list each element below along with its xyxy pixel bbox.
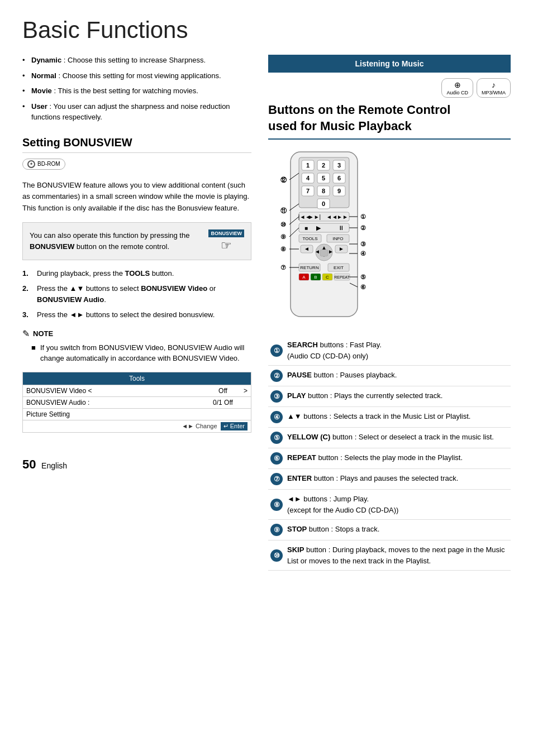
desc-text-9: STOP button : Stops a track. — [285, 520, 511, 540]
bonusview-callout-box: You can also operate this function by pr… — [22, 222, 251, 260]
note-item-1: ■ If you switch from BONUSVIEW Video, BO… — [31, 342, 251, 364]
desc-row-7: ⑦ ENTER button : Plays and pauses the se… — [268, 469, 511, 490]
tools-row-1-arrow: > — [240, 387, 248, 395]
note-bullet-1: ■ — [31, 342, 37, 364]
desc-num-4: ④ — [268, 407, 285, 428]
svg-text:►: ► — [328, 248, 334, 255]
desc-num-3: ③ — [268, 386, 285, 407]
desc-num-2: ② — [268, 366, 285, 386]
svg-text:3: 3 — [337, 162, 341, 169]
step-3-text: Press the ◄► buttons to select the desir… — [37, 309, 215, 320]
bd-rom-label: BD-ROM — [37, 161, 60, 167]
svg-rect-40 — [320, 250, 328, 256]
bullet-normal: Normal : Choose this setting for most vi… — [22, 70, 251, 82]
audio-cd-label: Audio CD — [446, 90, 468, 95]
disc-badge-audio-cd: ⊕ Audio CD — [441, 78, 473, 98]
tools-row-1: BONUSVIEW Video < Off > — [23, 385, 251, 396]
note-section: ✎ NOTE ■ If you switch from BONUSVIEW Vi… — [22, 328, 251, 364]
note-icon: ✎ — [22, 328, 30, 339]
svg-text:2: 2 — [322, 162, 325, 169]
remote-svg: 1 2 3 4 5 6 7 8 9 — [268, 146, 380, 327]
desc-text-5: YELLOW (C) button : Select or deselect a… — [285, 428, 511, 448]
svg-text:⑥: ⑥ — [360, 284, 366, 290]
desc-row-6: ⑥ REPEAT button : Selects the play mode … — [268, 448, 511, 469]
svg-text:①: ① — [360, 213, 366, 220]
bonusview-button-label: BONUSVIEW — [208, 229, 244, 237]
left-column: Dynamic : Choose this setting to increas… — [22, 55, 251, 571]
tools-menu-table: Tools BONUSVIEW Video < Off > BONUSVIEW … — [22, 372, 251, 433]
desc-num-6: ⑥ — [268, 448, 285, 469]
desc-num-10: ⑩ — [268, 540, 285, 571]
tools-row-1-label: BONUSVIEW Video < — [26, 387, 206, 395]
tools-row-2-value: 0/1 Off — [206, 399, 240, 406]
svg-text:■: ■ — [304, 225, 308, 231]
svg-text:⑤: ⑤ — [360, 274, 366, 280]
svg-text:7: 7 — [306, 188, 310, 194]
desc-text-1: SEARCH buttons : Fast Play.(Audio CD (CD… — [285, 336, 511, 366]
svg-text:◄: ◄ — [315, 248, 320, 255]
note-header: ✎ NOTE — [22, 328, 251, 339]
step-1-text: During playback, press the TOOLS button. — [37, 268, 174, 279]
desc-text-3: PLAY button : Plays the currently select… — [285, 386, 511, 407]
svg-text:9: 9 — [337, 188, 341, 194]
step-2-num: 2. — [22, 283, 32, 305]
svg-text:0: 0 — [322, 200, 325, 207]
svg-text:EXIT: EXIT — [334, 265, 344, 270]
svg-text:INFO: INFO — [332, 236, 343, 241]
tools-table-header: Tools — [23, 372, 251, 385]
step-3-num: 3. — [22, 309, 32, 320]
svg-text:4: 4 — [306, 175, 310, 181]
disc-badge-mp3-wma: ♪ MP3/WMA — [477, 78, 511, 98]
step-3: 3. Press the ◄► buttons to select the de… — [22, 309, 251, 320]
page-number: 50 English — [22, 457, 251, 472]
audio-cd-icon: ⊕ — [454, 80, 461, 89]
tools-row-2-label: BONUSVIEW Audio : — [26, 399, 206, 406]
svg-text:6: 6 — [337, 175, 341, 181]
right-column: Listening to Music ⊕ Audio CD ♪ MP3/WMA … — [268, 55, 511, 571]
bullet-term-user: User — [31, 102, 47, 111]
svg-text:⏸: ⏸ — [338, 224, 344, 231]
desc-num-8: ⑧ — [268, 490, 285, 520]
step-2-text: Press the ▲▼ buttons to select BONUSVIEW… — [37, 283, 251, 305]
svg-text:8: 8 — [322, 188, 325, 194]
bd-rom-circle-icon: + — [27, 160, 35, 168]
bullet-term-movie: Movie — [31, 87, 52, 95]
listening-to-music-header: Listening to Music — [268, 55, 511, 73]
bd-rom-badge: + BD-ROM — [22, 159, 65, 170]
desc-row-5: ⑤ YELLOW (C) button : Select or deselect… — [268, 428, 511, 448]
step-1-num: 1. — [22, 268, 32, 279]
svg-text:⑩: ⑩ — [280, 221, 286, 228]
svg-text:⑦: ⑦ — [280, 264, 286, 271]
svg-text:⑫: ⑫ — [280, 176, 287, 183]
bonusview-button-thumb: BONUSVIEW ☞ — [208, 229, 244, 253]
remote-control-area: 1 2 3 4 5 6 7 8 9 — [268, 146, 511, 327]
step-1: 1. During playback, press the TOOLS butt… — [22, 268, 251, 279]
bullet-movie: Movie : This is the best setting for wat… — [22, 85, 251, 97]
mp3-wma-icon: ♪ — [492, 80, 496, 89]
desc-text-2: PAUSE button : Pauses playback. — [285, 366, 511, 386]
desc-text-10: SKIP button : During playback, moves to … — [285, 540, 511, 571]
svg-text:C: C — [326, 275, 329, 280]
desc-num-1: ① — [268, 336, 285, 366]
mp3-wma-label: MP3/WMA — [482, 90, 506, 95]
desc-row-10: ⑩ SKIP button : During playback, moves t… — [268, 540, 511, 571]
desc-row-4: ④ ▲▼ buttons : Selects a track in the Mu… — [268, 407, 511, 428]
svg-text:⑧: ⑧ — [280, 246, 286, 252]
desc-row-8: ⑧ ◄► buttons : Jump Play.(except for the… — [268, 490, 511, 520]
button-descriptions-table: ① SEARCH buttons : Fast Play.(Audio CD (… — [268, 336, 511, 571]
note-text-1: If you switch from BONUSVIEW Video, BONU… — [40, 342, 251, 364]
setting-bonusview-title: Setting BONUSVIEW — [22, 136, 251, 153]
svg-text:⑪: ⑪ — [280, 207, 287, 214]
desc-num-7: ⑦ — [268, 469, 285, 490]
note-title: NOTE — [33, 329, 53, 338]
tools-table-footer: ◄► Change ↵ Enter — [23, 420, 251, 432]
svg-text:►: ► — [339, 246, 344, 252]
desc-text-6: REPEAT button : Selects the play mode in… — [285, 448, 511, 469]
tools-bold: TOOLS — [125, 269, 150, 277]
step-2: 2. Press the ▲▼ buttons to select BONUSV… — [22, 283, 251, 305]
bonusview-callout-text: You can also operate this function by pr… — [30, 230, 202, 252]
bonusview-audio-bold: BONUSVIEW Audio — [37, 295, 104, 304]
desc-row-1: ① SEARCH buttons : Fast Play.(Audio CD (… — [268, 336, 511, 366]
svg-text:►►|: ►►| — [308, 214, 321, 220]
svg-text:REPEAT: REPEAT — [334, 275, 350, 279]
